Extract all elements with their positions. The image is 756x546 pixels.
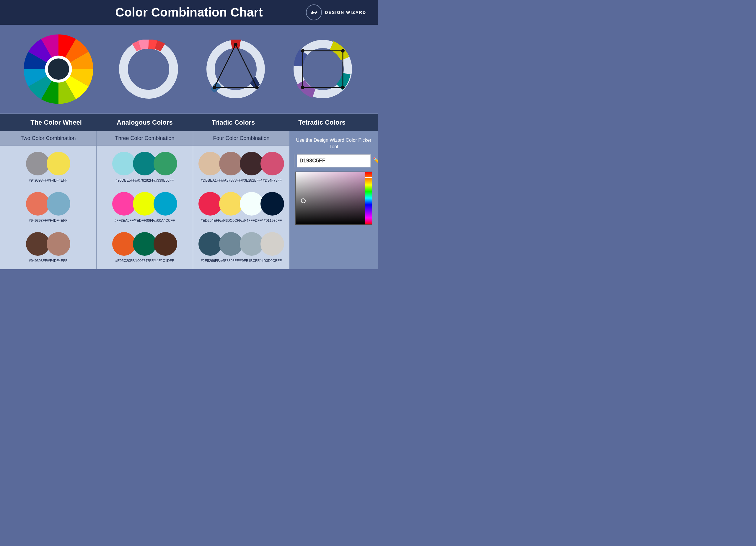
eyedropper-button[interactable]: ✏️ [373,157,378,165]
svg-point-16 [301,86,304,89]
svg-point-15 [341,49,345,53]
labels-row: The Color Wheel Analogous Colors Triadic… [0,114,378,131]
circles-row [26,232,70,256]
three-color-header: Three Color Combination [97,131,193,146]
bottom-section: Two Color Combination Three Color Combin… [0,131,378,269]
triadic-ring [203,37,268,102]
color-circle [219,152,243,175]
color-circle [47,192,70,216]
hue-indicator [365,177,372,178]
combo-item: #949398FF/#F4DF4EFF [26,232,70,263]
gradient-dark [296,172,372,224]
hue-strip[interactable] [365,172,372,224]
color-circle [26,152,50,175]
svg-point-8 [234,43,237,46]
combo-item: #FF3EA5FF/#EDFF00FF/#00A4CCFF [112,192,177,223]
combo-headers: Two Color Combination Three Color Combin… [0,131,289,146]
hex-input[interactable] [297,154,371,167]
color-circle [112,152,136,175]
color-circle [198,152,222,175]
picker-cursor [301,198,306,203]
combo-columns: #949398FF/#F4DF4EFF #949398FF/#F4DF4EFF … [0,146,289,269]
circles-row [26,192,70,216]
tetradic-svg [293,40,352,99]
combo-codes: #E95C20FF/#006747FF/#4F2C1DFF [115,258,174,263]
combo-item: #949398FF/#F4DF4EFF [26,152,70,183]
color-circle [133,192,157,216]
color-circle [112,192,136,216]
svg-point-6 [216,49,256,89]
color-circle [47,232,70,256]
color-circle [154,232,177,256]
label-triadic: Triadic Colors [189,119,278,126]
color-circle [198,192,222,216]
color-picker-panel: Use the Design Wizard Color Picker Tool … [289,131,378,269]
circles-row [26,152,70,175]
combo-codes: #949398FF/#F4DF4EFF [29,218,68,223]
color-circle [240,192,263,216]
four-color-col: #DBBEA1FF/#A37B73FF/#3E282BFF/ #D34F73FF… [193,146,289,269]
color-circle [240,232,263,256]
brand-logo: dw² DESIGN WIZARD [306,4,366,20]
color-circle [112,232,136,256]
hex-input-row: ✏️ [294,154,374,167]
svg-point-2 [48,58,69,80]
color-circle [154,152,177,175]
color-circle [219,192,243,216]
svg-point-4 [128,49,169,89]
four-color-header: Four Color Combination [193,131,289,146]
two-color-col: #949398FF/#F4DF4EFF #949398FF/#F4DF4EFF … [0,146,97,269]
analogous-svg [119,40,178,99]
svg-point-10 [255,86,259,89]
color-circle [260,232,284,256]
label-tetradic: Tetradic Colors [278,119,366,126]
svg-point-17 [341,86,345,89]
combo-codes: #95DBE5FF/#078282FF/#339E66FF [116,178,174,183]
combo-item: #95DBE5FF/#078282FF/#339E66FF [112,152,177,183]
picker-label-text: Use the Design Wizard Color Picker Tool [296,138,371,149]
color-circle [154,192,177,216]
circles-row [198,232,284,256]
circles-row [198,152,284,175]
brand-name: DESIGN WIZARD [325,10,366,15]
svg-point-12 [303,49,343,89]
combo-item: #2E5266FF/#6E8898FF/#9FB1BCFF/ #D3D0CBFF [198,232,284,263]
color-circle [26,232,50,256]
svg-point-9 [213,86,216,89]
header: Color Combination Chart dw² DESIGN WIZAR… [0,0,378,25]
circles-row [112,192,177,216]
picker-label: Use the Design Wizard Color Picker Tool [294,137,374,150]
combos-panel: Two Color Combination Three Color Combin… [0,131,289,269]
svg-point-14 [301,49,304,53]
circles-row [112,232,177,256]
color-circle [133,152,157,175]
combo-item: #ED254EFF/#F9DC5CFF/#F4FFFDFF/ #011936FF [198,192,284,223]
combo-codes: #FF3EA5FF/#EDFF00FF/#00A4CCFF [115,218,175,223]
circles-row [198,192,284,216]
combo-codes: #949398FF/#F4DF4EFF [29,258,68,263]
color-wheel [23,34,94,105]
color-circle [47,152,70,175]
brand-circle: dw² [306,4,322,20]
page-title: Color Combination Chart [115,5,263,19]
color-circle [219,232,243,256]
analogous-ring [116,37,181,102]
combo-codes: #ED254EFF/#F9DC5CFF/#F4FFFDFF/ #011936FF [201,218,282,223]
combo-item: #DBBEA1FF/#A37B73FF/#3E282BFF/ #D34F73FF [198,152,284,183]
combo-item: #949398FF/#F4DF4EFF [26,192,70,223]
three-color-col: #95DBE5FF/#078282FF/#339E66FF #FF3EA5FF/… [97,146,193,269]
color-circle [133,232,157,256]
color-circle [240,152,263,175]
triadic-svg [206,40,265,99]
color-circle [198,232,222,256]
color-circle [26,192,50,216]
combo-item: #E95C20FF/#006747FF/#4F2C1DFF [112,232,177,263]
color-wheel-svg [23,34,94,105]
tetradic-ring [290,37,355,102]
gradient-picker[interactable] [295,172,372,225]
combo-codes: #2E5266FF/#6E8898FF/#9FB1BCFF/ #D3D0CBFF [201,258,282,263]
hex-swatch [294,154,294,167]
color-circle [260,152,284,175]
label-analogous: Analogous Colors [100,119,189,126]
label-color-wheel: The Color Wheel [12,119,100,126]
